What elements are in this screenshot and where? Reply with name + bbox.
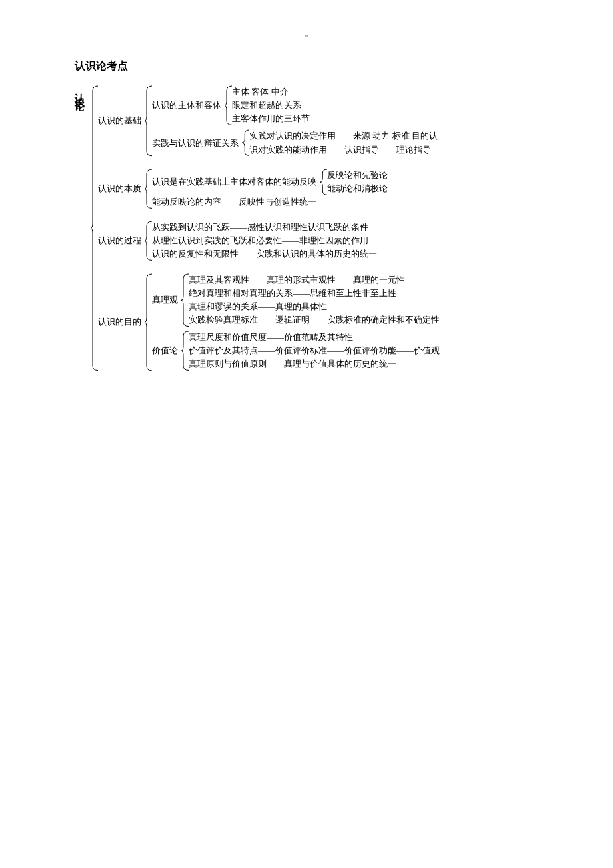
tree-node: 价值论真理尺度和价值尺度——价值范畴及其特性价值评价及其特点——价值评价标准——… xyxy=(152,331,440,371)
tree-leaf: 从实践到认识的飞跃——感性认识和理性认识飞跃的条件 xyxy=(152,221,377,234)
tree-leaf: 真理和谬误的关系——真理的具体性 xyxy=(189,300,440,313)
tree-node: 认识的目的真理观真理及其客观性——真理的形式主观性——真理的一元性绝对真理和相对… xyxy=(98,273,440,371)
tree-children: 认识的主体和客体主体 客体 中介限定和超越的关系主客体作用的三环节实践与认识的辩… xyxy=(152,85,438,157)
brace-icon xyxy=(179,273,189,327)
tree-node-label: 真理观 xyxy=(152,273,179,327)
tree-node-label: 认识的目的 xyxy=(98,273,143,371)
tree-node-label: 价值论 xyxy=(152,331,179,371)
tree-leaf: 绝对真理和相对真理的关系——思维和至上性非至上性 xyxy=(189,287,440,300)
brace-icon xyxy=(179,331,189,371)
tree-node-label: 认识的本质 xyxy=(98,169,143,209)
tree-leaf: 价值评价及其特点——价值评价标准——价值评价功能——价值观 xyxy=(189,344,440,357)
brace-icon xyxy=(318,169,327,195)
tree-node: 实践与认识的辩证关系实践对认识的决定作用——来源 动力 标准 目的认识对实践的能… xyxy=(152,129,438,156)
tree-leaf: 限定和超越的关系 xyxy=(232,99,310,112)
brace-icon xyxy=(240,129,249,156)
tree-node: 认识的基础认识的主体和客体主体 客体 中介限定和超越的关系主客体作用的三环节实践… xyxy=(98,85,440,157)
tree-leaf: 识对实践的能动作用——认识指导——理论指导 xyxy=(249,143,438,157)
tree-leaf: 反映论和先验论 xyxy=(327,169,388,182)
tree-children: 真理及其客观性——真理的形式主观性——真理的一元性绝对真理和相对真理的关系——思… xyxy=(189,273,440,327)
tree-children: 认识是在实践基础上主体对客体的能动反映反映论和先验论能动论和消极论能动反映论的内… xyxy=(152,169,388,209)
brace-icon xyxy=(143,221,152,261)
brace-icon xyxy=(143,85,152,157)
tree-leaf: 真理尺度和价值尺度——价值范畴及其特性 xyxy=(189,331,440,344)
tree-leaf: 真理原则与价值原则——真理与价值具体的历史的统一 xyxy=(189,357,440,371)
tree-leaf: 实践检验真理标准——逻辑证明——实践标准的确定性和不确定性 xyxy=(189,313,440,327)
tree-node: 真理观真理及其客观性——真理的形式主观性——真理的一元性绝对真理和相对真理的关系… xyxy=(152,273,440,327)
tree-leaf: 主体 客体 中介 xyxy=(232,85,310,99)
tree-leaf: 能动论和消极论 xyxy=(327,182,388,195)
brace-icon xyxy=(223,85,232,125)
tree-node-label: 认识的主体和客体 xyxy=(152,85,223,125)
tree-node-label: 实践与认识的辩证关系 xyxy=(152,129,240,156)
page: " 认识论考点 认识论认识的基础认识的主体和客体主体 客体 中介限定和超越的关系… xyxy=(0,0,613,385)
tree-leaf: 能动反映论的内容——反映性与创造性统一 xyxy=(152,195,388,209)
tree-node-label: 认识论 xyxy=(73,85,89,371)
tree-node: 认识论认识的基础认识的主体和客体主体 客体 中介限定和超越的关系主客体作用的三环… xyxy=(73,85,600,371)
tree-leaf: 实践对认识的决定作用——来源 动力 标准 目的认 xyxy=(249,129,438,143)
tree-children: 从实践到认识的飞跃——感性认识和理性认识飞跃的条件从理性认识到实践的飞跃和必要性… xyxy=(152,221,377,261)
tree-leaf: 认识的反复性和无限性——实践和认识的具体的历史的统一 xyxy=(152,247,377,261)
tree-children: 认识的基础认识的主体和客体主体 客体 中介限定和超越的关系主客体作用的三环节实践… xyxy=(98,85,440,371)
tree-children: 实践对认识的决定作用——来源 动力 标准 目的认识对实践的能动作用——认识指导—… xyxy=(249,129,438,156)
tree-leaf: 真理及其客观性——真理的形式主观性——真理的一元性 xyxy=(189,273,440,287)
brace-icon xyxy=(89,85,98,371)
page-title: 认识论考点 xyxy=(75,59,600,73)
tree-children: 反映论和先验论能动论和消极论 xyxy=(327,169,388,195)
tree-node: 认识的主体和客体主体 客体 中介限定和超越的关系主客体作用的三环节 xyxy=(152,85,438,125)
brace-icon xyxy=(143,273,152,371)
brace-icon xyxy=(143,169,152,209)
tree-children: 真理尺度和价值尺度——价值范畴及其特性价值评价及其特点——价值评价标准——价值评… xyxy=(189,331,440,371)
tree-node: 认识是在实践基础上主体对客体的能动反映反映论和先验论能动论和消极论 xyxy=(152,169,388,195)
tree-leaf: 主客体作用的三环节 xyxy=(232,112,310,125)
tree-node-label: 认识的基础 xyxy=(98,85,143,157)
tree-children: 真理观真理及其客观性——真理的形式主观性——真理的一元性绝对真理和相对真理的关系… xyxy=(152,273,440,371)
tree-node-label: 认识是在实践基础上主体对客体的能动反映 xyxy=(152,169,318,195)
tree-root: 认识论认识的基础认识的主体和客体主体 客体 中介限定和超越的关系主客体作用的三环… xyxy=(73,85,600,371)
tree-node: 认识的本质认识是在实践基础上主体对客体的能动反映反映论和先验论能动论和消极论能动… xyxy=(98,169,440,209)
tree-node-label: 认识的过程 xyxy=(98,221,143,261)
tree-children: 主体 客体 中介限定和超越的关系主客体作用的三环节 xyxy=(232,85,310,125)
tree-leaf: 从理性认识到实践的飞跃和必要性——非理性因素的作用 xyxy=(152,234,377,247)
header-mark: " xyxy=(13,33,600,43)
tree-node: 认识的过程从实践到认识的飞跃——感性认识和理性认识飞跃的条件从理性认识到实践的飞… xyxy=(98,221,440,261)
